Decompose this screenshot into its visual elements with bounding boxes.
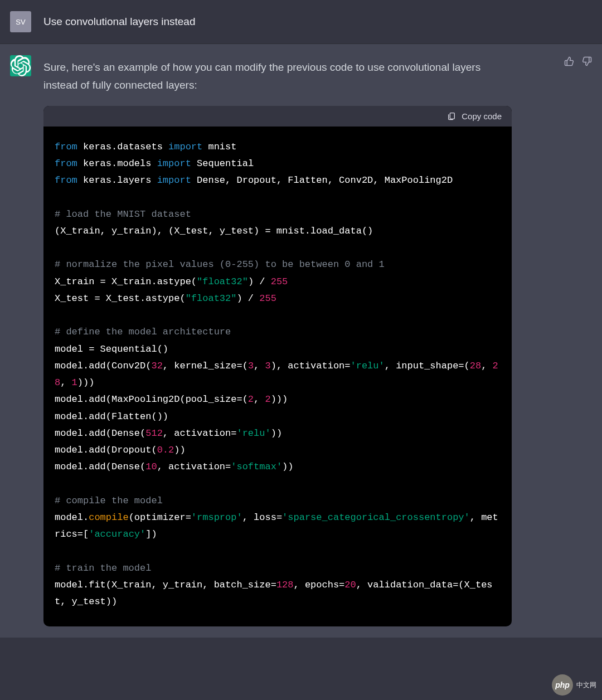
clipboard-icon[interactable] xyxy=(447,111,456,120)
thumbs-down-icon[interactable] xyxy=(582,56,592,66)
svg-rect-0 xyxy=(450,113,455,119)
feedback-buttons xyxy=(564,56,592,66)
user-avatar: SV xyxy=(10,11,31,32)
code-content[interactable]: from keras.datasets import mnist from ke… xyxy=(43,127,512,626)
copy-code-button[interactable]: Copy code xyxy=(462,111,502,121)
user-message-row: SV Use convolutional layers instead xyxy=(0,0,602,44)
assistant-message-row: Sure, here's an example of how you can m… xyxy=(0,44,602,638)
user-message-text: Use convolutional layers instead xyxy=(43,14,592,30)
code-header: Copy code xyxy=(43,106,512,127)
user-message-content: Use convolutional layers instead xyxy=(43,11,592,30)
openai-logo-icon xyxy=(10,55,31,76)
thumbs-up-icon[interactable] xyxy=(564,56,574,66)
assistant-message-content: Sure, here's an example of how you can m… xyxy=(43,55,535,626)
code-block: Copy code from keras.datasets import mni… xyxy=(43,106,512,626)
assistant-intro-text: Sure, here's an example of how you can m… xyxy=(43,59,489,95)
assistant-avatar xyxy=(10,55,31,76)
